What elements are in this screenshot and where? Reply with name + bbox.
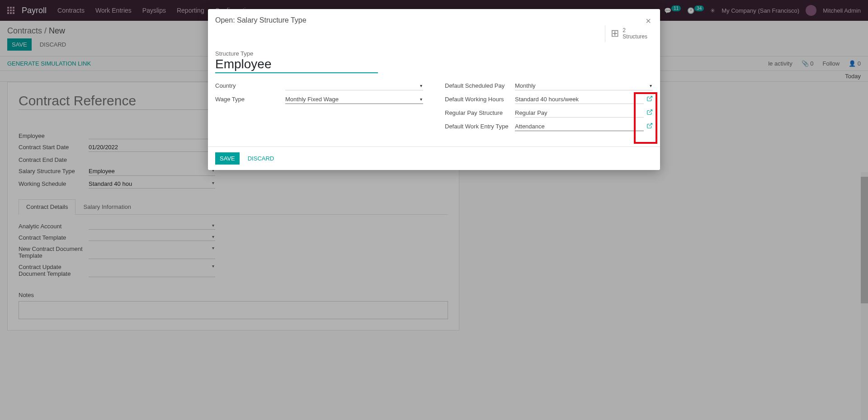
structure-type-label: Structure Type: [215, 50, 653, 57]
label-work-entry: Default Work Entry Type: [445, 122, 515, 130]
label-scheduled-pay: Default Scheduled Pay: [445, 81, 515, 89]
working-hours-field[interactable]: Standard 40 hours/week: [515, 95, 644, 104]
grid-icon: ⊞: [611, 28, 619, 39]
label-working-hours: Default Working Hours: [445, 95, 515, 103]
caret-icon: ▾: [650, 83, 652, 88]
structure-type-input[interactable]: [215, 57, 378, 73]
highlight-box: [634, 92, 657, 144]
label-country: Country: [215, 81, 285, 89]
caret-icon: ▾: [420, 83, 422, 88]
structures-stat-button[interactable]: ⊞ 2 Structures: [605, 25, 653, 42]
modal-title: Open: Salary Structure Type: [215, 16, 307, 24]
close-icon[interactable]: ×: [644, 16, 653, 25]
pay-structure-field[interactable]: Regular Pay: [515, 109, 644, 118]
stat-count: 2: [623, 27, 647, 33]
label-pay-structure: Regular Pay Structure: [445, 109, 515, 116]
country-field[interactable]: ▾: [285, 81, 423, 90]
stat-label: Structures: [623, 33, 647, 40]
scheduled-pay-field[interactable]: Monthly▾: [515, 81, 653, 90]
caret-icon: ▾: [420, 97, 422, 102]
modal-save-button[interactable]: SAVE: [215, 152, 240, 165]
salary-structure-modal: Open: Salary Structure Type × ⊞ 2 Struct…: [208, 9, 660, 170]
work-entry-field[interactable]: Attendance: [515, 122, 644, 131]
modal-discard-button[interactable]: DISCARD: [243, 152, 279, 165]
label-wage-type: Wage Type: [215, 95, 285, 103]
wage-type-field[interactable]: Monthly Fixed Wage▾: [285, 95, 423, 104]
